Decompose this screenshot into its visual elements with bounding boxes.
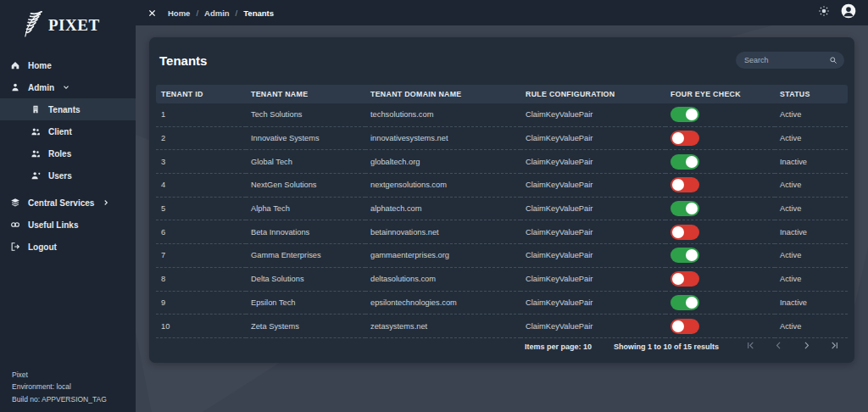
- cell-four-eye-check: [665, 291, 775, 315]
- four-eye-toggle[interactable]: [670, 107, 699, 122]
- last-page-button[interactable]: [830, 341, 839, 352]
- cell-rule-configuration: ClaimKeyValuePair: [520, 126, 665, 150]
- sidebar-toggle-button[interactable]: [147, 8, 157, 18]
- users-icon: [31, 170, 41, 181]
- cell-tenant-name: Tech Solutions: [246, 103, 365, 126]
- toggle-knob: [686, 297, 698, 309]
- toggle-knob: [686, 109, 698, 120]
- cell-four-eye-check: [665, 174, 775, 198]
- cell-tenant-id: 3: [156, 150, 246, 174]
- cell-tenant-domain-name: betainnovations.net: [365, 220, 520, 244]
- four-eye-toggle[interactable]: [670, 248, 699, 263]
- logout-icon: [10, 242, 20, 252]
- breadcrumb-separator: /: [196, 8, 198, 18]
- cell-tenant-name: Delta Solutions: [246, 267, 365, 291]
- sidebar-item-client[interactable]: Client: [0, 120, 136, 142]
- sidebar-item-admin[interactable]: Admin: [0, 76, 136, 98]
- four-eye-toggle[interactable]: [670, 154, 699, 170]
- sidebar-footer: Pixet Environment: local Build no: APPVE…: [12, 369, 107, 406]
- sidebar-item-home[interactable]: Home: [0, 54, 136, 76]
- sidebar-item-tenants[interactable]: Tenants: [0, 98, 136, 120]
- first-page-button[interactable]: [746, 341, 755, 352]
- column-header-status: STATUS: [775, 85, 848, 103]
- sidebar-item-label: Tenants: [48, 105, 81, 114]
- previous-page-button[interactable]: [774, 341, 783, 352]
- theme-toggle-button[interactable]: [818, 5, 830, 20]
- cell-four-eye-check: [665, 220, 775, 244]
- table-row: 5Alpha Techalphatech.comClaimKeyValuePai…: [156, 197, 848, 220]
- cell-tenant-id: 6: [156, 220, 246, 244]
- cell-status: Inactive: [775, 220, 848, 244]
- app-window: PIXET HomeAdminTenantsClientRolesUsersCe…: [0, 0, 868, 412]
- table-row: 3Global Techglobaltech.orgClaimKeyValueP…: [156, 150, 848, 174]
- cell-tenant-name: Gamma Enterprises: [246, 244, 365, 268]
- table-row: 4NextGen Solutionsnextgensolutions.comCl…: [156, 174, 848, 198]
- useful-links-icon: [10, 220, 20, 230]
- four-eye-toggle[interactable]: [670, 295, 699, 310]
- tenants-icon: [31, 104, 41, 114]
- sidebar-item-users[interactable]: Users: [0, 164, 136, 187]
- last-page-icon: [830, 341, 839, 352]
- cell-tenant-domain-name: deltasolutions.com: [365, 267, 520, 291]
- cell-tenant-domain-name: gammaenterprises.org: [365, 244, 520, 268]
- pager-nav: [746, 341, 839, 352]
- cell-tenant-name: Beta Innovations: [246, 220, 365, 244]
- four-eye-toggle[interactable]: [670, 177, 699, 192]
- four-eye-toggle[interactable]: [670, 271, 699, 287]
- cell-status: Active: [775, 197, 848, 220]
- sidebar-item-label: Useful Links: [28, 220, 78, 230]
- home-icon: [10, 60, 20, 70]
- cell-tenant-name: Alpha Tech: [246, 197, 365, 220]
- sidebar-item-label: Client: [48, 127, 72, 136]
- four-eye-toggle[interactable]: [670, 225, 699, 240]
- sidebar-item-logout[interactable]: Logout: [0, 236, 136, 258]
- toggle-knob: [672, 132, 684, 144]
- cell-rule-configuration: ClaimKeyValuePair: [520, 197, 665, 220]
- cell-four-eye-check: [665, 150, 775, 174]
- cell-rule-configuration: ClaimKeyValuePair: [520, 174, 665, 198]
- cell-four-eye-check: [665, 103, 775, 126]
- search-box: [736, 52, 844, 69]
- cell-tenant-id: 1: [156, 103, 246, 126]
- user-avatar-icon: [841, 3, 856, 22]
- cell-tenant-name: Global Tech: [246, 150, 365, 174]
- breadcrumb-item[interactable]: Tenants: [243, 8, 274, 18]
- cell-tenant-domain-name: alphatech.com: [365, 197, 520, 220]
- brand-name: PIXET: [48, 16, 100, 35]
- search-input[interactable]: [743, 55, 826, 65]
- cell-status: Inactive: [775, 150, 848, 174]
- next-page-icon: [802, 341, 811, 352]
- page-title: Tenants: [159, 53, 207, 68]
- sidebar-item-central-services[interactable]: Central Services: [0, 192, 136, 214]
- cell-four-eye-check: [665, 267, 775, 291]
- user-menu-button[interactable]: [841, 3, 856, 22]
- cell-tenant-id: 4: [156, 174, 246, 198]
- cell-status: Active: [775, 103, 848, 126]
- cell-tenant-id: 5: [156, 197, 246, 220]
- cell-status: Active: [775, 126, 848, 150]
- topbar-actions: [818, 3, 856, 22]
- footer-app-name: Pixet: [12, 369, 107, 381]
- cell-tenant-name: Epsilon Tech: [246, 291, 365, 315]
- next-page-button[interactable]: [802, 341, 811, 352]
- pagination-bar: Items per page: 10 Showing 1 to 10 of 15…: [149, 330, 854, 363]
- four-eye-toggle[interactable]: [670, 131, 699, 146]
- toggle-knob: [686, 249, 698, 261]
- roles-icon: [31, 148, 41, 159]
- sun-icon: [818, 5, 830, 20]
- sidebar-item-useful-links[interactable]: Useful Links: [0, 214, 136, 236]
- column-header-tenant-id: TENANT ID: [156, 85, 246, 103]
- search-icon[interactable]: [829, 56, 837, 64]
- table-row: 9Epsilon Techepsilontechnologies.comClai…: [156, 291, 848, 315]
- showing-results-label: Showing 1 to 10 of 15 results: [614, 342, 719, 351]
- breadcrumb-item[interactable]: Home: [168, 8, 190, 18]
- breadcrumb-item[interactable]: Admin: [204, 8, 230, 18]
- prev-page-icon: [774, 341, 783, 352]
- tenants-table-wrap: TENANT IDTENANT NAMETENANT DOMAIN NAMERU…: [156, 85, 848, 338]
- sidebar-nav: HomeAdminTenantsClientRolesUsersCentral …: [0, 54, 136, 258]
- sidebar-item-roles[interactable]: Roles: [0, 142, 136, 164]
- toggle-knob: [672, 273, 684, 285]
- four-eye-toggle[interactable]: [670, 201, 699, 216]
- central-services-icon: [10, 198, 20, 208]
- brand-logo[interactable]: PIXET: [0, 0, 136, 47]
